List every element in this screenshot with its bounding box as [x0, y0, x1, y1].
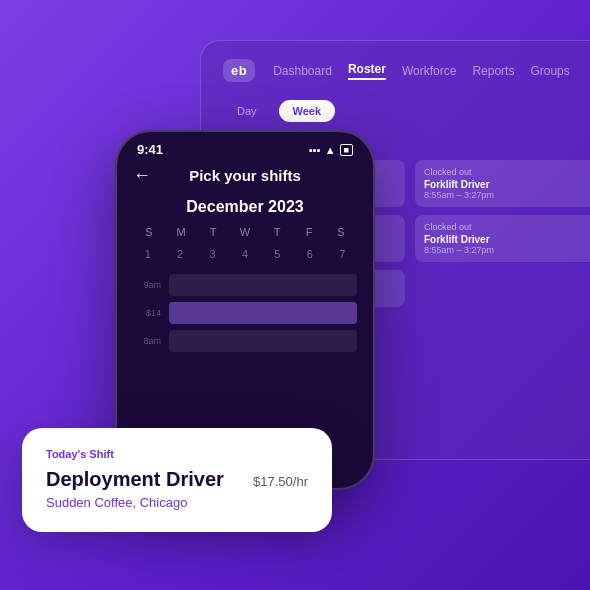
slot-label-2: $14 — [133, 308, 161, 318]
tablet-nav: eb Dashboard Roster Workforce Reports Gr… — [201, 41, 590, 92]
tablet-nav-groups[interactable]: Groups — [530, 64, 569, 78]
wifi-icon: ▲ — [325, 144, 336, 156]
weekday-w: W — [229, 226, 261, 238]
phone-notch-bar: 9:41 ▪▪▪ ▲ ■ — [117, 132, 373, 157]
slot-bar-3 — [169, 330, 357, 352]
phone-calendar: S M T W T F S 1 2 3 4 5 6 7 — [117, 226, 373, 264]
slot-bar-2 — [169, 302, 357, 324]
slot-bar-1 — [169, 274, 357, 296]
tablet-nav-workforce[interactable]: Workforce — [402, 64, 456, 78]
rate-unit: /hr — [293, 474, 308, 489]
card-status-5: Clocked out — [424, 222, 588, 232]
toggle-day-button[interactable]: Day — [223, 100, 271, 122]
schedule-col-2: Clocked out Forklift Driver 8:55am – 3:2… — [415, 160, 590, 307]
shift-card-main-row: Deployment Driver $17.50/hr — [46, 468, 308, 491]
phone-status-icons: ▪▪▪ ▲ ■ — [309, 144, 353, 156]
cal-day[interactable]: 7 — [328, 244, 357, 264]
cal-day[interactable]: 1 — [133, 244, 162, 264]
weekday-s2: S — [325, 226, 357, 238]
slot-label-3: 8am — [133, 336, 161, 346]
phone-time: 9:41 — [137, 142, 163, 157]
time-slot-2: $14 — [133, 302, 357, 324]
phone-month-title: December 2023 — [117, 198, 373, 216]
card-time-5: 8:55am – 3:27pm — [424, 245, 588, 255]
tablet-nav-links: Dashboard Roster Workforce Reports Group… — [273, 62, 570, 80]
slot-label-1: 9am — [133, 280, 161, 290]
cal-day[interactable]: 4 — [230, 244, 259, 264]
weekday-f: F — [293, 226, 325, 238]
tablet-toggle-row: Day Week — [223, 100, 590, 122]
cal-day[interactable]: 2 — [165, 244, 194, 264]
weekday-t1: T — [197, 226, 229, 238]
weekday-m: M — [165, 226, 197, 238]
tablet-logo: eb — [223, 59, 255, 82]
weekday-s1: S — [133, 226, 165, 238]
tablet-nav-dashboard[interactable]: Dashboard — [273, 64, 332, 78]
card-title-5: Forklift Driver — [424, 234, 588, 245]
tablet-nav-roster[interactable]: Roster — [348, 62, 386, 80]
card-status-4: Clocked out — [424, 167, 588, 177]
cal-day[interactable]: 5 — [263, 244, 292, 264]
cal-day[interactable]: 6 — [295, 244, 324, 264]
calendar-days: 1 2 3 4 5 6 7 — [133, 244, 357, 264]
card-time-4: 8:55am – 3:27pm — [424, 190, 588, 200]
phone-header: ← Pick your shifts — [117, 157, 373, 190]
tablet-nav-reports[interactable]: Reports — [472, 64, 514, 78]
shift-location: Sudden Coffee, Chicago — [46, 495, 308, 510]
cal-day[interactable]: 3 — [198, 244, 227, 264]
time-slot-1: 9am — [133, 274, 357, 296]
signal-icon: ▪▪▪ — [309, 144, 321, 156]
card-title-4: Forklift Driver — [424, 179, 588, 190]
phone-screen-title: Pick your shifts — [189, 167, 301, 184]
schedule-card-5: Clocked out Forklift Driver 8:55am – 3:2… — [415, 215, 590, 262]
phone-scroll-area: 9am $14 8am — [117, 264, 373, 362]
back-button[interactable]: ← — [133, 165, 151, 186]
battery-icon: ■ — [340, 144, 353, 156]
toggle-week-button[interactable]: Week — [279, 100, 336, 122]
shift-card: Today's Shift Deployment Driver $17.50/h… — [22, 428, 332, 532]
schedule-card-4: Clocked out Forklift Driver 8:55am – 3:2… — [415, 160, 590, 207]
shift-card-label: Today's Shift — [46, 448, 308, 460]
time-slot-3: 8am — [133, 330, 357, 352]
weekday-t2: T — [261, 226, 293, 238]
calendar-weekdays: S M T W T F S — [133, 226, 357, 238]
shift-role: Deployment Driver — [46, 468, 224, 491]
shift-rate: $17.50/hr — [253, 470, 308, 491]
